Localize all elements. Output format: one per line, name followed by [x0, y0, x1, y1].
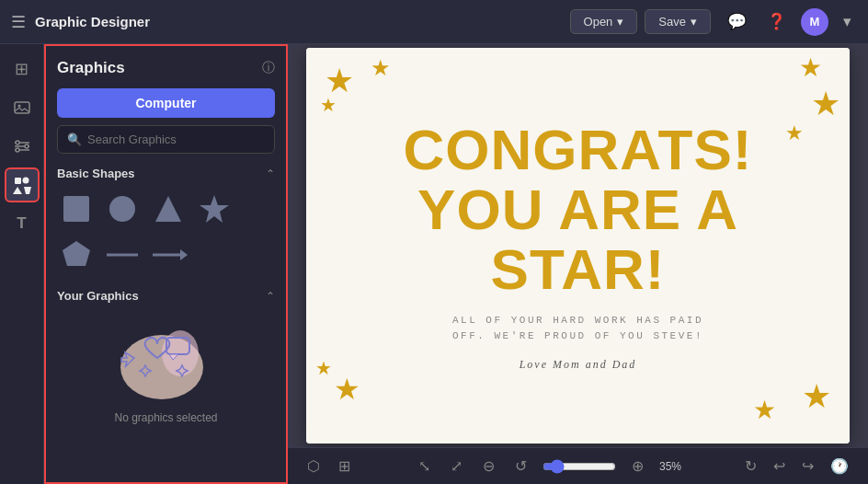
- app-title: Graphic Designer: [35, 14, 150, 29]
- star-top-right-1: ★: [799, 52, 822, 83]
- topbar: ☰ Graphic Designer Open ▾ Save ▾ 💬 ❓ M ▾: [0, 0, 868, 44]
- shape-star[interactable]: [195, 190, 234, 228]
- svg-marker-13: [13, 187, 22, 194]
- hamburger-icon[interactable]: ☰: [11, 12, 26, 32]
- star-bottom-right-2: ★: [802, 377, 831, 416]
- svg-point-3: [16, 148, 19, 152]
- save-button[interactable]: Save ▾: [645, 9, 711, 34]
- star-top-left-3: ★: [320, 94, 337, 116]
- panel-title: Graphics: [57, 59, 125, 77]
- svg-point-12: [22, 178, 29, 184]
- svg-rect-15: [63, 196, 89, 222]
- your-graphics-chevron[interactable]: ⌃: [266, 290, 275, 303]
- shapes-grid: [57, 190, 275, 274]
- computer-button[interactable]: Computer: [57, 88, 275, 118]
- topbar-left: ☰ Graphic Designer: [11, 12, 559, 32]
- svg-marker-19: [63, 241, 90, 266]
- layers-icon[interactable]: ⬡: [303, 455, 325, 478]
- love-text: Love Mom and Dad: [343, 358, 813, 372]
- svg-point-1: [17, 105, 20, 108]
- icon-sidebar: ⊞: [0, 44, 44, 484]
- graphics-panel: Graphics ⓘ Computer 🔍 Basic Shapes ⌃: [44, 44, 288, 484]
- panel-header: Graphics ⓘ: [57, 59, 275, 77]
- bottom-bar: ⬡ ⊞ ⤡ ⤢ ⊖ ↺ ⊕ 35% ↻ ↩ ↪ 🕐: [288, 447, 868, 484]
- svg-marker-17: [155, 196, 181, 222]
- basic-shapes-header: Basic Shapes ⌃: [57, 167, 275, 180]
- zoom-value: 35%: [659, 460, 681, 473]
- grid-icon[interactable]: ⊞: [334, 455, 355, 478]
- open-button[interactable]: Open ▾: [570, 9, 638, 34]
- bottom-left: ⬡ ⊞: [303, 455, 355, 478]
- shape-square[interactable]: [57, 190, 96, 228]
- your-graphics-title: Your Graphics: [57, 289, 139, 303]
- sidebar-icon-template[interactable]: ⊞: [5, 52, 40, 86]
- graphics-illustration: [107, 312, 226, 404]
- info-icon[interactable]: ⓘ: [262, 60, 275, 76]
- search-icon: 🔍: [67, 133, 82, 146]
- canvas-area: ★ ★ ★ ★ ★ ★ ★ ★ ★ ★ CONGRATS! YOU ARE A …: [288, 44, 868, 484]
- avatar[interactable]: M: [801, 8, 828, 36]
- fit-icon[interactable]: ⤢: [446, 455, 467, 478]
- congrats-line1: CONGRATS!: [343, 120, 813, 179]
- graphics-preview: No graphics selected: [57, 312, 275, 424]
- svg-marker-14: [24, 187, 31, 194]
- topbar-center: Open ▾ Save ▾: [570, 9, 711, 34]
- subtext: ALL OF YOUR HARD WORK HAS PAID OFF. WE'R…: [343, 313, 813, 345]
- account-chevron-icon[interactable]: ▾: [838, 8, 857, 35]
- star-bottom-left-1: ★: [334, 372, 360, 407]
- svg-marker-22: [180, 249, 188, 260]
- star-top-right-2: ★: [811, 85, 840, 123]
- shape-circle[interactable]: [103, 190, 142, 228]
- zoom-reset-icon[interactable]: ↺: [510, 455, 531, 478]
- svg-rect-11: [15, 178, 21, 184]
- bottom-center: ⤡ ⤢ ⊖ ↺ ⊕ 35%: [414, 455, 681, 478]
- sidebar-icon-filter[interactable]: [5, 129, 40, 164]
- expand-icon[interactable]: ⤡: [414, 455, 435, 478]
- sidebar-icon-image[interactable]: [5, 90, 40, 125]
- canvas[interactable]: ★ ★ ★ ★ ★ ★ ★ ★ ★ ★ CONGRATS! YOU ARE A …: [306, 48, 850, 444]
- basic-shapes-title: Basic Shapes: [57, 167, 135, 180]
- star-bottom-right-1: ★: [753, 395, 776, 425]
- svg-rect-0: [15, 102, 29, 113]
- zoom-slider[interactable]: [542, 459, 616, 474]
- sidebar-icon-text[interactable]: T: [5, 206, 40, 241]
- shape-arrow[interactable]: [149, 236, 188, 274]
- canvas-container[interactable]: ★ ★ ★ ★ ★ ★ ★ ★ ★ ★ CONGRATS! YOU ARE A …: [288, 44, 868, 447]
- svg-point-2: [16, 141, 19, 144]
- search-input[interactable]: [87, 133, 265, 146]
- basic-shapes-chevron[interactable]: ⌃: [266, 167, 275, 180]
- history-icon[interactable]: 🕐: [826, 455, 853, 478]
- zoom-out-icon[interactable]: ⊖: [478, 455, 499, 478]
- main-area: ⊞: [0, 44, 868, 484]
- svg-point-4: [25, 144, 29, 148]
- bottom-right: ↻ ↩ ↪ 🕐: [740, 455, 853, 478]
- topbar-right: 💬 ❓ M ▾: [722, 8, 857, 36]
- star-top-left-2: ★: [371, 55, 391, 81]
- your-graphics-header: Your Graphics ⌃: [57, 289, 275, 303]
- chat-button[interactable]: 💬: [722, 8, 752, 35]
- undo-icon[interactable]: ↩: [769, 455, 790, 478]
- help-button[interactable]: ❓: [761, 8, 792, 35]
- svg-point-16: [109, 196, 135, 222]
- shape-line[interactable]: [103, 236, 142, 274]
- refresh-icon[interactable]: ↻: [740, 455, 761, 478]
- shape-triangle[interactable]: [149, 190, 188, 228]
- shape-pentagon[interactable]: [57, 236, 96, 274]
- svg-marker-18: [200, 195, 229, 223]
- search-bar[interactable]: 🔍: [57, 125, 275, 154]
- canvas-background: ★ ★ ★ ★ ★ ★ ★ ★ ★ ★ CONGRATS! YOU ARE A …: [306, 48, 850, 444]
- congrats-line2: YOU ARE A STAR!: [343, 179, 813, 299]
- no-graphics-label: No graphics selected: [114, 411, 217, 424]
- redo-icon[interactable]: ↪: [797, 455, 818, 478]
- sidebar-icon-shapes[interactable]: [5, 167, 40, 202]
- zoom-in-icon[interactable]: ⊕: [627, 455, 648, 478]
